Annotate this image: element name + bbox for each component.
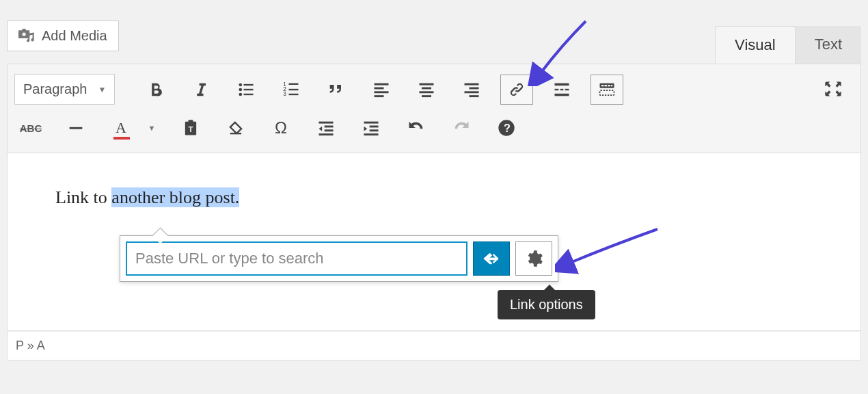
camera-music-icon [18, 29, 36, 44]
tab-visual[interactable]: Visual [715, 26, 796, 64]
bold-button[interactable] [139, 75, 172, 105]
svg-rect-35 [608, 85, 610, 86]
svg-rect-30 [565, 88, 569, 90]
caret-down-icon: ▼ [98, 85, 106, 94]
clear-formatting-button[interactable] [219, 113, 252, 143]
svg-rect-1 [22, 29, 25, 31]
svg-rect-44 [325, 129, 334, 131]
svg-rect-25 [465, 91, 479, 93]
svg-rect-37 [600, 90, 614, 95]
svg-rect-24 [470, 87, 479, 89]
svg-rect-36 [611, 85, 612, 86]
svg-rect-15 [375, 83, 389, 85]
link-options-tooltip: Link options [498, 290, 595, 319]
toolbar-row-1: Paragraph ▼ 123 [14, 70, 854, 109]
italic-button[interactable] [185, 75, 217, 105]
svg-point-3 [239, 83, 243, 86]
svg-rect-40 [189, 120, 193, 123]
content-highlighted: another blog post. [111, 187, 239, 207]
element-path[interactable]: P » A [16, 339, 45, 352]
svg-rect-42 [319, 122, 334, 124]
text-color-dropdown[interactable]: ▼ [141, 113, 162, 143]
svg-rect-23 [465, 83, 479, 85]
apply-link-button[interactable] [473, 241, 510, 276]
svg-rect-16 [375, 87, 384, 89]
toolbar-row-2: ABC A ▼ T Ω ? [14, 109, 854, 147]
svg-rect-49 [364, 133, 379, 135]
svg-rect-34 [605, 85, 608, 86]
svg-rect-12 [289, 83, 299, 84]
tab-text[interactable]: Text [796, 26, 861, 64]
text-color-button[interactable]: A [105, 113, 137, 143]
svg-rect-26 [470, 95, 479, 97]
svg-text:T: T [189, 124, 193, 133]
svg-rect-14 [289, 93, 299, 94]
add-media-button[interactable]: Add Media [7, 21, 119, 51]
content-before: Link to [55, 187, 111, 207]
align-right-button[interactable] [455, 75, 488, 105]
svg-point-2 [22, 32, 25, 36]
svg-rect-48 [370, 129, 379, 131]
svg-rect-33 [601, 85, 604, 86]
svg-rect-45 [319, 133, 334, 135]
align-left-button[interactable] [365, 75, 398, 105]
strikethrough-button[interactable]: ABC [14, 113, 47, 143]
svg-rect-7 [244, 88, 254, 90]
svg-text:?: ? [504, 122, 511, 134]
editor-tabs: Visual Text [715, 26, 861, 64]
svg-rect-31 [555, 93, 569, 96]
svg-rect-21 [420, 91, 434, 93]
svg-rect-22 [422, 95, 431, 97]
distraction-free-button[interactable] [817, 74, 850, 104]
svg-rect-8 [244, 93, 254, 94]
svg-rect-29 [560, 88, 564, 90]
align-center-button[interactable] [410, 75, 443, 105]
format-selector[interactable]: Paragraph ▼ [14, 74, 115, 105]
svg-rect-46 [364, 122, 379, 124]
svg-rect-20 [422, 87, 431, 89]
svg-rect-17 [375, 91, 389, 93]
svg-rect-19 [420, 83, 434, 85]
svg-rect-18 [375, 95, 384, 97]
svg-rect-28 [555, 88, 559, 90]
svg-text:3: 3 [284, 91, 287, 97]
svg-rect-6 [244, 83, 254, 85]
numbered-list-button[interactable]: 123 [275, 75, 308, 105]
svg-point-4 [239, 88, 243, 91]
outdent-button[interactable] [310, 113, 342, 143]
editor-wrapper: Add Media Visual Text Paragraph ▼ 123 [0, 0, 868, 367]
bullet-list-button[interactable] [230, 75, 262, 105]
svg-rect-13 [289, 88, 299, 90]
link-options-button[interactable] [515, 241, 552, 276]
url-input[interactable] [126, 241, 467, 276]
svg-rect-38 [70, 127, 83, 129]
link-popup [120, 235, 558, 282]
special-char-button[interactable]: Ω [265, 113, 297, 143]
status-bar: P » A [7, 331, 861, 360]
indent-button[interactable] [355, 113, 388, 143]
format-selector-label: Paragraph [23, 81, 87, 97]
help-button[interactable]: ? [490, 113, 523, 143]
content-paragraph[interactable]: Link to another blog post. [55, 187, 813, 208]
top-row: Add Media Visual Text [7, 7, 861, 64]
redo-button[interactable] [445, 113, 478, 143]
paste-text-button[interactable]: T [174, 113, 207, 143]
svg-point-5 [239, 92, 243, 96]
svg-rect-47 [370, 126, 379, 128]
blockquote-button[interactable] [320, 75, 353, 105]
svg-rect-43 [325, 126, 334, 128]
annotation-arrow-gear [555, 226, 664, 280]
add-media-label: Add Media [42, 28, 107, 44]
undo-button[interactable] [400, 113, 433, 143]
annotation-arrow-link [521, 18, 596, 86]
horizontal-rule-button[interactable] [59, 113, 92, 143]
editor-toolbar: Paragraph ▼ 123 ABC A ▼ T Ω [7, 64, 861, 153]
